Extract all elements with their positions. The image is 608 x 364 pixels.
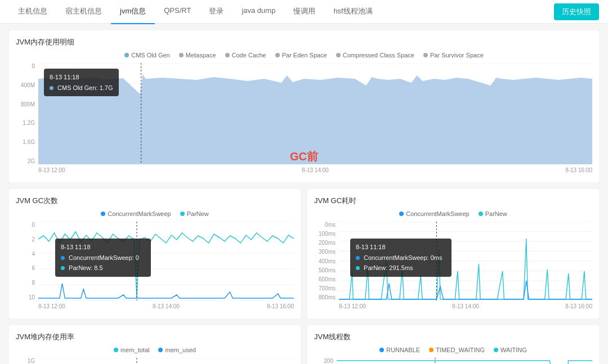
legend-dot-meta [179, 53, 184, 57]
gc-count-svg [38, 222, 294, 300]
gc-count-container: JVM GC次数 ConcurrentMarkSweep ParNew 10 8… [9, 189, 301, 318]
legend-par-new: ParNew [180, 210, 209, 217]
nav-tab-list: 主机信息 宿主机信息 jvm信息 QPS/RT 登录 java dump 慢调用… [9, 0, 554, 24]
y-label: 6 [16, 265, 35, 271]
y-label: 2G [16, 158, 35, 164]
y-label: 800M [16, 101, 35, 107]
legend-label-runnable: RUNNABLE [386, 347, 420, 353]
legend-runnable: RUNNABLE [379, 347, 420, 353]
legend-dot-timed [429, 348, 433, 352]
heap-chart: 6G 5G 4G 3G 2G 1G [16, 358, 294, 364]
main-content: JVM内存使用明细 CMS Old Gen Metaspace Code Cac… [0, 24, 608, 364]
y-label: 10 [16, 294, 35, 300]
legend-dot-cms [124, 53, 129, 57]
legend-cms-time: ConcurrentMarkSweep [399, 210, 470, 217]
legend-cms-sweep: ConcurrentMarkSweep [101, 210, 171, 217]
heap-legend: mem_total mem_used [16, 347, 294, 353]
legend-waiting: WAITING [494, 347, 527, 353]
tab-qps[interactable]: QPS/RT [155, 0, 200, 24]
x-label: 8-13 16:00 [565, 167, 592, 173]
legend-dot-survivor [423, 53, 428, 57]
legend-label-used: mem_used [165, 347, 195, 353]
x-label: 8-13 14:00 [452, 303, 479, 309]
gc-time-x-axis: 8-13 12:00 8-13 14:00 8-13 16:00 [339, 300, 592, 312]
gc-time-container: JVM GC耗时 ConcurrentMarkSweep ParNew 800m… [307, 189, 599, 318]
tab-login[interactable]: 登录 [200, 0, 233, 24]
memory-y-axis: 2G 1.6G 1.2G 800M 400M 0 [16, 63, 37, 164]
legend-label-sweep: ConcurrentMarkSweep [108, 210, 171, 217]
history-snapshot-button[interactable]: 历史快照 [554, 3, 599, 20]
legend-label-cms: CMS Old Gen [131, 52, 169, 59]
y-label: 500ms [314, 267, 336, 273]
y-label: 600ms [314, 276, 336, 282]
legend-dot-cms-time [399, 212, 404, 216]
x-label: 8-13 12:00 [339, 303, 366, 309]
tab-parent-host[interactable]: 宿主机信息 [56, 0, 111, 24]
heap-svg [38, 358, 294, 364]
heap-y-axis: 6G 5G 4G 3G 2G 1G [16, 358, 37, 364]
gc-count-x-axis: 8-13 12:00 8-13 14:00 8-13 16:00 [38, 300, 294, 312]
legend-dot-used [158, 348, 163, 352]
tab-host-info[interactable]: 主机信息 [9, 0, 56, 24]
x-label: 8-13 14:00 [153, 303, 180, 309]
tab-hsf[interactable]: hsf线程池满 [324, 0, 381, 24]
thread-title: JVM线程数 [314, 332, 592, 342]
tab-slow-call[interactable]: 慢调用 [284, 0, 324, 24]
y-label: 200 [314, 358, 333, 364]
thread-container: JVM线程数 RUNNABLE TIMED_WAITING WAITING 1K [307, 325, 599, 364]
y-label: 4 [16, 251, 35, 257]
legend-dot-runnable [379, 348, 384, 352]
legend-label-compressed: Compressed Class Space [343, 52, 414, 59]
legend-mem-total: mem_total [114, 347, 149, 353]
tab-java-dump[interactable]: java dump [233, 0, 284, 24]
y-label: 100ms [314, 231, 336, 237]
x-label: 8-13 14:00 [302, 167, 329, 173]
heap-title: JVM堆内存使用率 [16, 332, 294, 342]
legend-dot-parnew-time [479, 212, 483, 216]
top-navigation: 主机信息 宿主机信息 jvm信息 QPS/RT 登录 java dump 慢调用… [0, 0, 608, 24]
legend-label-eden: Par Eden Space [282, 52, 327, 59]
legend-dot-waiting [494, 348, 498, 352]
legend-label-cms-time: ConcurrentMarkSweep [406, 210, 470, 217]
legend-label-code: Code Cache [232, 52, 266, 59]
legend-dot-code [225, 53, 230, 57]
gc-time-title: JVM GC耗时 [314, 196, 592, 206]
x-label: 8-13 12:00 [38, 167, 65, 173]
y-label: 0 [16, 63, 35, 69]
legend-label-waiting: WAITING [500, 347, 527, 353]
thread-legend: RUNNABLE TIMED_WAITING WAITING [314, 347, 592, 353]
legend-dot-sweep [101, 212, 105, 216]
thread-svg [337, 358, 592, 364]
x-label: 8-13 12:00 [38, 303, 65, 309]
y-label: 1G [16, 358, 35, 364]
y-label: 700ms [314, 285, 336, 291]
heap-body: 8-13 11:18 mem_total: 2.9G mem_used: 6.0… [38, 358, 294, 364]
gc-count-chart: 10 8 6 4 2 0 [16, 222, 294, 312]
memory-legend: CMS Old Gen Metaspace Code Cache Par Ede… [16, 52, 592, 59]
legend-label-parnew: ParNew [187, 210, 209, 217]
y-label: 400ms [314, 258, 336, 264]
gc-count-legend: ConcurrentMarkSweep ParNew [16, 210, 294, 217]
thread-body: 8-13 11:18 192 TIMED_WAITING: 355 [337, 358, 592, 364]
legend-mem-used: mem_used [158, 347, 195, 353]
memory-chart-container: JVM内存使用明细 CMS Old Gen Metaspace Code Cac… [9, 30, 599, 182]
memory-x-axis: 8-13 12:00 8-13 14:00 8-13 16:00 [38, 164, 592, 176]
gc-before-label: GC前 [290, 149, 318, 164]
gc-time-legend: ConcurrentMarkSweep ParNew [314, 210, 592, 217]
legend-parnew-time: ParNew [479, 210, 507, 217]
heap-container: JVM堆内存使用率 mem_total mem_used 6G 5G 4G 3G… [9, 325, 301, 364]
thread-chart: 1K 800 600 400 200 [314, 358, 592, 364]
gc-count-y-axis: 10 8 6 4 2 0 [16, 222, 37, 300]
y-label: 1.2G [16, 120, 35, 126]
gc-time-y-axis: 800ms 700ms 600ms 500ms 400ms 300ms 200m… [314, 222, 338, 300]
legend-label-total: mem_total [120, 347, 149, 353]
y-label: 400M [16, 82, 35, 88]
y-label: 200ms [314, 240, 336, 246]
y-label: 1.6G [16, 139, 35, 145]
gc-count-title: JVM GC次数 [16, 196, 294, 206]
legend-code-cache: Code Cache [225, 52, 266, 59]
y-label: 8 [16, 280, 35, 286]
legend-timed-waiting: TIMED_WAITING [429, 347, 485, 353]
tab-jvm[interactable]: jvm信息 [111, 0, 155, 24]
gc-count-body: 8-13 11:18 ConcurrentMarkSweep: 0 ParNew… [38, 222, 294, 300]
